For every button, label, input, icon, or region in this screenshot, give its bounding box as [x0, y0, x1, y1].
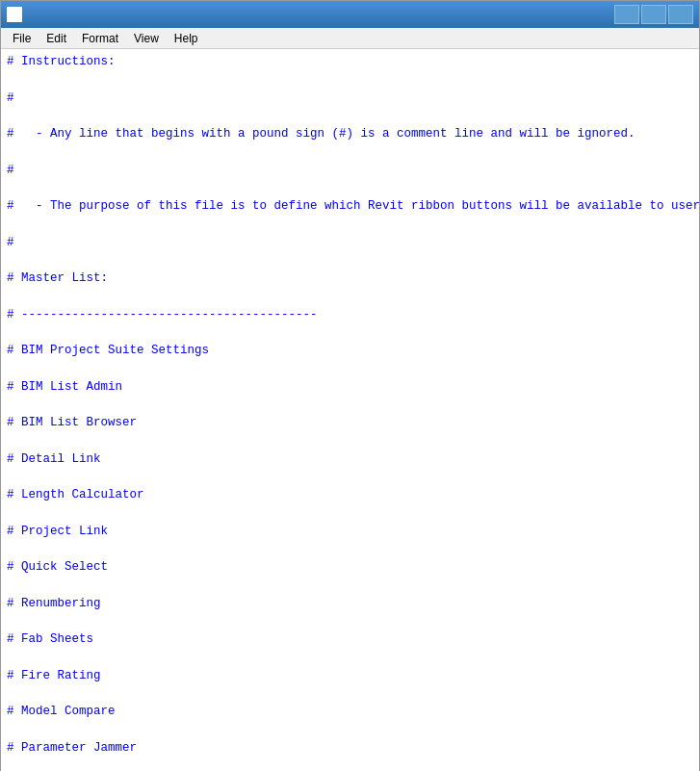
- title-bar: [1, 1, 699, 28]
- comment-line: # - Any line that begins with a pound si…: [7, 125, 693, 143]
- comment-line: # Model Compare: [7, 703, 693, 721]
- comment-line: # - The purpose of this file is to defin…: [7, 197, 693, 216]
- comment-line: # Fab Sheets: [7, 630, 693, 649]
- menu-help[interactable]: Help: [167, 31, 206, 46]
- comment-line: #: [7, 234, 693, 252]
- comment-line: # BIM Project Suite Settings: [7, 342, 693, 360]
- notepad-window: File Edit Format View Help # Instruction…: [0, 0, 700, 771]
- comment-line: # Instructions:: [7, 53, 693, 71]
- app-icon: [7, 7, 22, 22]
- close-button[interactable]: [668, 5, 693, 24]
- comment-line: #: [7, 162, 693, 180]
- comment-line: # Detail Link: [7, 450, 693, 469]
- comment-line: # Fire Rating: [7, 667, 693, 685]
- menu-view[interactable]: View: [126, 31, 167, 46]
- minimize-button[interactable]: [614, 5, 639, 24]
- comment-line: # Renumbering: [7, 595, 693, 613]
- comment-line: # Length Calculator: [7, 486, 693, 504]
- comment-line: # --------------------------------------…: [7, 306, 693, 324]
- menu-file[interactable]: File: [5, 31, 39, 46]
- text-editor[interactable]: # Instructions: # # - Any line that begi…: [1, 49, 699, 771]
- comment-line: # Project Link: [7, 523, 693, 541]
- comment-line: # Parameter Jammer: [7, 739, 693, 758]
- comment-line: # BIM List Browser: [7, 414, 693, 432]
- comment-line: # BIM List Admin: [7, 378, 693, 397]
- menu-edit[interactable]: Edit: [39, 31, 74, 46]
- content-area: # Instructions: # # - Any line that begi…: [1, 49, 699, 771]
- menu-bar: File Edit Format View Help: [1, 28, 699, 49]
- maximize-button[interactable]: [641, 5, 666, 24]
- menu-format[interactable]: Format: [74, 31, 126, 46]
- window-controls: [614, 5, 693, 24]
- comment-line: # Quick Select: [7, 558, 693, 577]
- title-bar-left: [7, 7, 28, 22]
- comment-line: #: [7, 90, 693, 108]
- comment-line: # Master List:: [7, 270, 693, 288]
